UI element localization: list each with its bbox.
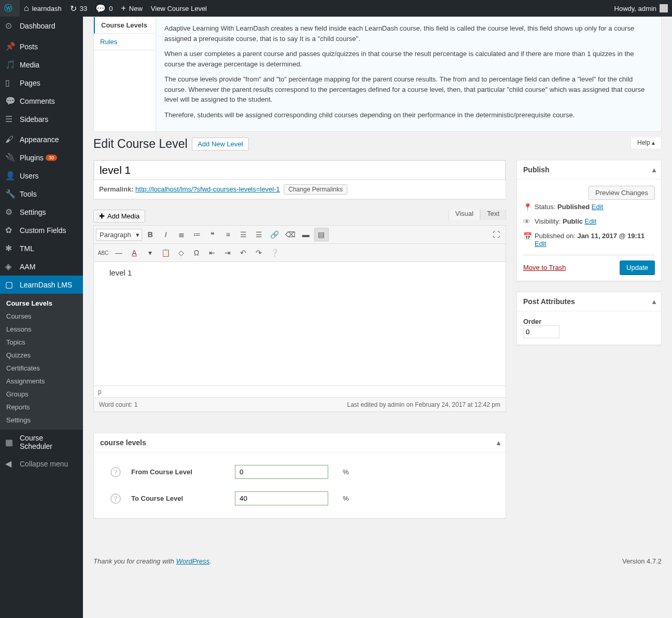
- move-to-trash-link[interactable]: Move to Trash: [523, 264, 566, 271]
- from-level-input[interactable]: [235, 465, 328, 479]
- view-link[interactable]: View Course Level: [147, 0, 211, 17]
- menu-media[interactable]: 🎵Media: [0, 56, 83, 74]
- add-media-button[interactable]: ✚Add Media: [93, 210, 145, 223]
- comments-link[interactable]: 💬0: [91, 0, 117, 17]
- edit-date-link[interactable]: Edit: [535, 240, 546, 248]
- fullscreen-button[interactable]: ⛶: [489, 228, 503, 241]
- submenu-quizzes[interactable]: Quizzes: [0, 349, 83, 362]
- submenu-groups[interactable]: Groups: [0, 388, 83, 401]
- comments-count: 0: [109, 5, 113, 12]
- chevron-up-icon[interactable]: ▴: [497, 438, 500, 447]
- text-tab[interactable]: Text: [480, 210, 506, 220]
- text-color-button[interactable]: A: [127, 246, 142, 259]
- menu-users[interactable]: 👤Users: [0, 167, 83, 185]
- bullet-list-button[interactable]: ≣: [174, 228, 189, 241]
- indent-button[interactable]: ⇥: [220, 246, 235, 259]
- paste-text-button[interactable]: 📋: [158, 246, 173, 259]
- submenu-courses[interactable]: Courses: [0, 310, 83, 323]
- special-char-button[interactable]: Ω: [189, 246, 204, 259]
- kitchen-sink-button[interactable]: ▤: [314, 228, 329, 241]
- align-right-button[interactable]: ☰: [252, 228, 267, 241]
- align-center-button[interactable]: ☰: [236, 228, 251, 241]
- wrench-icon: 🔧: [5, 189, 16, 199]
- post-attributes-heading[interactable]: Post Attributes▴: [517, 292, 661, 311]
- unlink-button[interactable]: ⌫: [283, 228, 298, 241]
- chevron-up-icon: ▴: [652, 139, 655, 146]
- submenu-lessons[interactable]: Lessons: [0, 323, 83, 336]
- clear-format-button[interactable]: ◇: [174, 246, 188, 259]
- submenu-certificates[interactable]: Certificates: [0, 362, 83, 375]
- preview-button[interactable]: Preview Changes: [589, 186, 655, 200]
- editor-content[interactable]: level 1: [93, 262, 506, 386]
- chevron-up-icon[interactable]: ▴: [652, 297, 656, 306]
- menu-appearance[interactable]: 🖌Appearance: [0, 131, 83, 148]
- menu-settings[interactable]: ⚙Settings: [0, 203, 83, 221]
- course-levels-heading[interactable]: course levels▴: [94, 433, 506, 452]
- more-button[interactable]: ▬: [299, 228, 313, 241]
- plus-icon: +: [121, 4, 125, 13]
- pin-icon: 📌: [5, 42, 16, 51]
- chevron-down-icon[interactable]: ▾: [143, 246, 157, 259]
- help-icon[interactable]: ?: [110, 467, 121, 477]
- strikethrough-button[interactable]: ABC: [96, 246, 110, 259]
- format-select[interactable]: Paragraph ▾: [96, 229, 142, 241]
- chevron-up-icon[interactable]: ▴: [652, 166, 656, 174]
- collapse-menu[interactable]: ◀Collapse menu: [0, 455, 83, 473]
- menu-plugins[interactable]: 🔌Plugins30: [0, 148, 83, 167]
- tab-rules[interactable]: Rules: [94, 34, 156, 50]
- updates-link[interactable]: ↻33: [66, 0, 91, 17]
- publish-heading[interactable]: Publish▴: [517, 160, 661, 180]
- wordpress-link[interactable]: WordPress: [176, 557, 209, 565]
- outdent-button[interactable]: ⇤: [205, 246, 219, 259]
- undo-button[interactable]: ↶: [236, 246, 250, 259]
- align-left-button[interactable]: ≡: [221, 228, 235, 241]
- edit-status-link[interactable]: Edit: [592, 203, 603, 211]
- menu-course-scheduler[interactable]: ▦Course Scheduler: [0, 430, 83, 455]
- tab-course-levels[interactable]: Course Levels: [94, 17, 156, 34]
- menu-comments[interactable]: 💬Comments: [0, 92, 83, 110]
- menu-tools[interactable]: 🔧Tools: [0, 185, 83, 203]
- menu-posts[interactable]: 📌Posts: [0, 37, 83, 56]
- contextual-help-panel: Course Levels Rules Adaptive Learning Wi…: [93, 17, 662, 132]
- to-level-input[interactable]: [235, 491, 328, 505]
- menu-sidebars[interactable]: ☰Sidebars: [0, 110, 83, 128]
- my-account[interactable]: Howdy, admin: [610, 0, 672, 17]
- publish-box: Publish▴ Preview Changes 📍 Status: Publi…: [516, 160, 662, 281]
- italic-button[interactable]: I: [159, 228, 173, 241]
- edit-visibility-link[interactable]: Edit: [585, 217, 596, 225]
- help-icon-button[interactable]: ❔: [267, 246, 282, 259]
- change-permalinks-button[interactable]: Change Permalinks: [284, 184, 347, 195]
- menu-learndash[interactable]: ▢LearnDash LMS: [0, 276, 83, 294]
- update-button[interactable]: Update: [620, 260, 655, 274]
- menu-tml[interactable]: ✱TML: [0, 239, 83, 257]
- visual-tab[interactable]: Visual: [449, 210, 480, 220]
- help-icon[interactable]: ?: [110, 493, 121, 504]
- hr-button[interactable]: —: [111, 246, 126, 259]
- submenu-topics[interactable]: Topics: [0, 336, 83, 349]
- version-text: Version 4.7.2: [622, 557, 662, 565]
- menu-pages[interactable]: ▯Pages: [0, 74, 83, 92]
- calendar-icon: ▦: [5, 437, 16, 447]
- help-toggle[interactable]: Help ▴: [631, 137, 662, 148]
- menu-aam[interactable]: ◈AAM: [0, 257, 83, 276]
- comment-icon: 💬: [95, 4, 106, 13]
- order-input[interactable]: [523, 325, 559, 338]
- add-new-button[interactable]: Add New Level: [192, 138, 248, 150]
- permalink-url[interactable]: http://localhost/lms/?sfwd-courses-level…: [135, 185, 280, 193]
- redo-button[interactable]: ↷: [251, 246, 266, 259]
- numbered-list-button[interactable]: ≔: [190, 228, 204, 241]
- site-name-link[interactable]: ⌂learndash: [20, 0, 66, 17]
- menu-dashboard[interactable]: ⊙Dashboard: [0, 17, 83, 35]
- menu-custom-fields[interactable]: ✿Custom Fields: [0, 221, 83, 239]
- submenu-settings[interactable]: Settings: [0, 414, 83, 427]
- post-title-input[interactable]: [94, 160, 506, 180]
- submenu-course-levels[interactable]: Course Levels: [0, 297, 83, 310]
- percent-symbol: %: [343, 468, 349, 476]
- link-button[interactable]: 🔗: [268, 228, 282, 241]
- quote-button[interactable]: ❝: [205, 228, 220, 241]
- wp-logo[interactable]: ⓦ: [0, 0, 20, 17]
- new-content-link[interactable]: +New: [117, 0, 146, 17]
- submenu-assignments[interactable]: Assignments: [0, 375, 83, 388]
- bold-button[interactable]: B: [143, 228, 158, 241]
- submenu-reports[interactable]: Reports: [0, 401, 83, 414]
